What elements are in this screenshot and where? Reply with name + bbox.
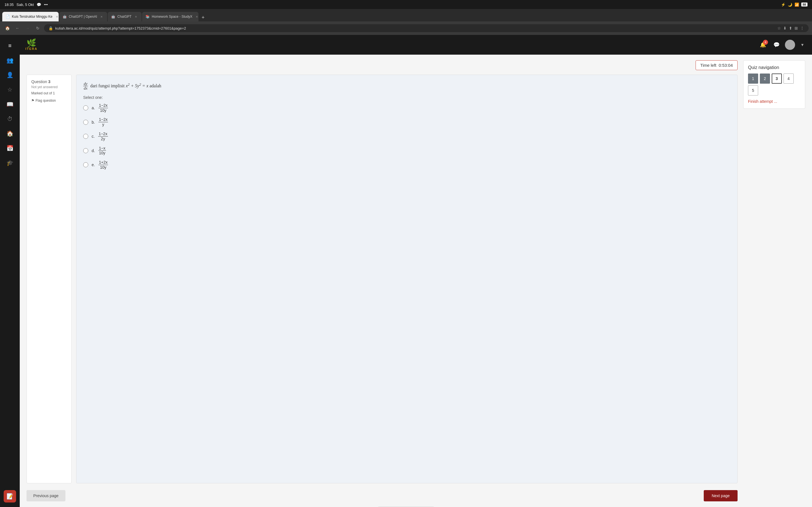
option-d-den: 10y [98, 151, 106, 156]
dy: dy [83, 82, 88, 86]
derivative-notation: dy dx [83, 83, 90, 88]
quiz-nav-num-4[interactable]: 4 [783, 73, 794, 83]
home-button[interactable]: 🏠 [3, 24, 11, 32]
option-d-radio[interactable] [83, 148, 88, 153]
bluetooth-icon: ⚡ [781, 3, 785, 7]
option-a[interactable]: a. 1−2x 10y [83, 103, 730, 113]
tab-quiz[interactable]: 📄 Kuis Terstruktur Minggu Ke ✕ [2, 12, 59, 21]
quiz-nav-num-2[interactable]: 2 [760, 73, 770, 83]
os-date: Sab, 5 Okt [17, 3, 34, 7]
os-bar: 18:35 Sab, 5 Okt 💬 ••• ⚡ 🌙 📶 88 [0, 0, 812, 9]
sidebar-menu-icon[interactable]: ≡ [4, 40, 16, 52]
option-e[interactable]: e. 1+2x 10y [83, 160, 730, 170]
option-b-num: 1−2x [98, 117, 108, 122]
sidebar-quiz-icon[interactable]: 📝 [4, 490, 16, 503]
option-d-fraction: 1−x 10y [98, 146, 106, 156]
option-a-fraction: 1−2x 10y [98, 103, 108, 113]
sidebar-graduation-icon[interactable]: 🎓 [4, 157, 16, 169]
quiz-nav-card: Quiz navigation 1 2 3 4 5 Finish attempt… [743, 60, 805, 109]
select-one-label: Select one: [83, 95, 730, 100]
lms-logo-icon: 🌿 [27, 39, 36, 47]
sidebar-book-icon[interactable]: 📖 [4, 98, 16, 110]
option-e-letter: e. [92, 163, 95, 167]
tab-chatgpt1-label: ChatGPT | OpenAI [69, 15, 97, 18]
quiz-nav-num-1[interactable]: 1 [748, 73, 758, 83]
tab-chatgpt1-icon: 🤖 [63, 15, 66, 18]
timer-value: 0:53:04 [719, 63, 733, 68]
bookmark-icon[interactable]: ☆ [777, 26, 781, 31]
sidebar-star-icon[interactable]: ☆ [4, 83, 16, 96]
new-tab-button[interactable]: + [199, 13, 207, 21]
previous-page-button[interactable]: Previous page [27, 490, 65, 501]
option-c-radio[interactable] [83, 134, 88, 139]
quiz-nav-num-5[interactable]: 5 [748, 86, 758, 96]
option-e-radio[interactable] [83, 162, 88, 167]
tab-chatgpt1[interactable]: 🤖 ChatGPT | OpenAI ✕ [59, 12, 107, 21]
flag-question-button[interactable]: ⚑ Flag question [31, 99, 67, 103]
nav-buttons: Previous page Next page [27, 490, 738, 501]
option-b[interactable]: b. 1−2x y [83, 117, 730, 127]
url-bar[interactable]: 🔒 kuliah.itera.ac.id/mod/quiz/attempt.ph… [44, 24, 809, 32]
user-menu-chevron[interactable]: ▼ [799, 41, 806, 49]
option-d-num: 1−x [98, 146, 106, 151]
forward-button[interactable]: → [24, 24, 32, 32]
tab-studyx-icon: 📚 [146, 15, 149, 18]
sidebar-users-icon[interactable]: 👥 [4, 54, 16, 66]
quiz-nav-num-3[interactable]: 3 [772, 73, 782, 83]
question-wrapper: Question 3 Not yet answered Marked out o… [27, 75, 738, 483]
notification-button[interactable]: 🔔 4 [758, 40, 768, 50]
option-d[interactable]: d. 1−x 10y [83, 146, 730, 156]
option-e-num: 1+2x [98, 160, 108, 165]
tab-chatgpt2[interactable]: 🤖 ChatGPT ✕ [108, 12, 142, 21]
option-a-radio[interactable] [83, 105, 88, 110]
sidebar-timer-icon[interactable]: ⏱ [4, 113, 16, 125]
security-icon: 🔒 [49, 26, 53, 31]
message-button[interactable]: 💬 [771, 40, 781, 50]
download-icon[interactable]: ⬇ [783, 26, 786, 31]
sidebar-home-icon[interactable]: 🏠 [4, 127, 16, 140]
notification-badge: 4 [763, 40, 768, 45]
question-number: 3 [48, 79, 50, 84]
option-e-den: 10y [100, 165, 107, 170]
lms-logo-text: ITERA [26, 47, 38, 50]
timer-bar: Time left 0:53:04 [27, 60, 738, 70]
tab-count-icon[interactable]: ⊞ [795, 26, 798, 31]
os-bar-right: ⚡ 🌙 📶 88 [781, 3, 808, 7]
option-c-fraction: 1−2x 2y [98, 131, 108, 142]
back-button[interactable]: ← [13, 24, 21, 32]
lms-top-nav: 🌿 ITERA 🔔 4 💬 ▼ [20, 35, 812, 55]
address-actions: ☆ ⬇ ⬆ ⊞ ⋮ [777, 26, 804, 31]
tab-studyx-label: Homework Space - StudyX [152, 15, 192, 18]
sidebar-calendar-icon[interactable]: 📅 [4, 142, 16, 154]
moon-icon: 🌙 [788, 3, 792, 7]
quiz-main: Time left 0:53:04 Question 3 Not yet ans… [27, 60, 738, 501]
tab-studyx[interactable]: 📚 Homework Space - StudyX ✕ [142, 12, 199, 21]
user-avatar[interactable] [785, 40, 795, 50]
share-icon[interactable]: ⬆ [789, 26, 792, 31]
question-info-card: Question 3 Not yet answered Marked out o… [27, 75, 71, 483]
menu-icon[interactable]: ⋮ [800, 26, 804, 31]
option-c-den: 2y [100, 136, 106, 142]
tab-quiz-close[interactable]: ✕ [55, 14, 59, 19]
option-b-radio[interactable] [83, 120, 88, 125]
next-page-button[interactable]: Next page [704, 490, 738, 501]
question-card: dy dx dari fungsi implisit x2 + 5y2 = x … [76, 75, 738, 483]
tab-chatgpt2-close[interactable]: ✕ [134, 14, 138, 19]
quiz-nav-sidebar: Quiz navigation 1 2 3 4 5 Finish attempt… [743, 60, 805, 501]
tab-chatgpt1-close[interactable]: ✕ [99, 14, 104, 19]
tab-bar: 📄 Kuis Terstruktur Minggu Ke ✕ 🤖 ChatGPT… [0, 9, 812, 21]
option-c[interactable]: c. 1−2x 2y [83, 131, 730, 142]
question-suffix: adalah [149, 83, 161, 88]
timer-label: Time left [700, 63, 716, 68]
refresh-button[interactable]: ↻ [34, 24, 42, 32]
sidebar-profile-icon[interactable]: 👤 [4, 69, 16, 81]
flag-icon: ⚑ [31, 99, 35, 103]
wifi-icon: 📶 [795, 3, 799, 7]
finish-attempt-link[interactable]: Finish attempt ... [748, 99, 777, 104]
question-text: dy dx dari fungsi implisit x2 + 5y2 = x … [83, 82, 730, 91]
tab-studyx-close[interactable]: ✕ [195, 14, 199, 19]
option-b-letter: b. [92, 120, 95, 124]
question-label: Question 3 [31, 79, 67, 84]
tab-quiz-icon: 📄 [6, 15, 10, 18]
lms-sidebar: ≡ 👥 👤 ☆ 📖 ⏱ 🏠 📅 🎓 📝 [0, 35, 20, 507]
